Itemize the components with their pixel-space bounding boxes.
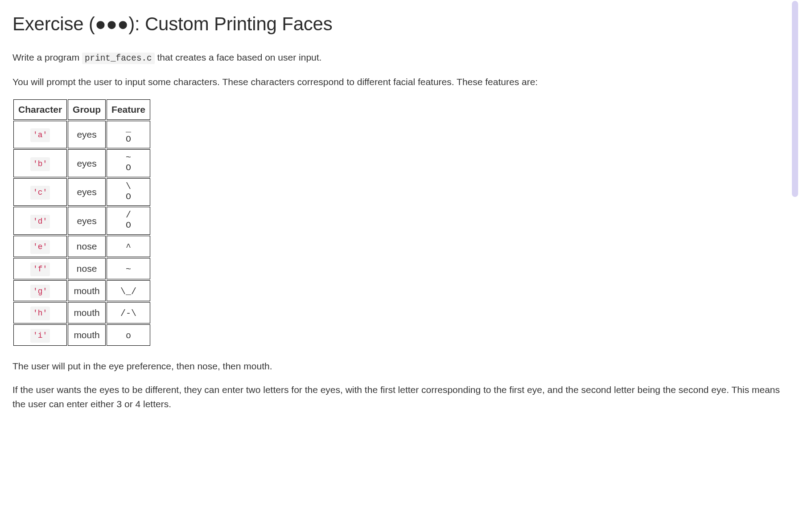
table-row: 'c' eyes \ O [13,178,150,206]
table-header-row: Character Group Feature [13,99,150,120]
cell-feature: o [107,324,150,346]
outro-paragraph-1: The user will put in the eye preference,… [12,359,787,373]
col-header-group: Group [68,99,106,120]
feature-glyph: o [126,331,131,341]
cell-group: mouth [68,302,106,323]
feature-glyph: ~ [126,264,131,274]
char-code: 'a' [30,128,50,142]
cell-character: 'i' [13,324,67,346]
cell-character: 'g' [13,280,67,302]
cell-feature: ~ [107,258,150,279]
col-header-character: Character [13,99,67,120]
cell-character: 'd' [13,207,67,235]
char-code: 'f' [30,262,50,276]
table-row: 'h' mouth /-\ [13,302,150,323]
document-page: Exercise (●●●): Custom Printing Faces Wr… [0,0,799,438]
char-code: 'i' [30,329,50,343]
feature-table: Character Group Feature 'a' eyes _ O 'b'… [12,98,151,346]
cell-feature: \ O [107,178,150,206]
table-row: 'd' eyes / O [13,207,150,235]
feature-glyph: _ O [126,124,131,144]
cell-group: eyes [68,149,106,177]
feature-glyph: ~ O [126,152,131,173]
outro-paragraph-2: If the user wants the eyes to be differe… [12,383,787,411]
cell-group: eyes [68,207,106,235]
intro-paragraph-1: Write a program print_faces.c that creat… [12,50,787,65]
cell-character: 'f' [13,258,67,279]
intro-text-1b: that creates a face based on user input. [155,52,322,62]
feature-glyph: ^ [126,242,131,252]
cell-feature: \_/ [107,280,150,302]
cell-character: 'b' [13,149,67,177]
scrollbar-thumb[interactable] [792,1,798,197]
char-code: 'c' [30,186,50,200]
cell-feature: ^ [107,236,150,257]
char-code: 'h' [30,307,50,320]
table-row: 'e' nose ^ [13,236,150,257]
feature-glyph: \_/ [120,286,136,297]
cell-group: eyes [68,178,106,206]
table-row: 'a' eyes _ O [13,121,150,149]
intro-text-1a: Write a program [12,52,82,62]
table-row: 'i' mouth o [13,324,150,346]
page-title: Exercise (●●●): Custom Printing Faces [12,10,787,38]
char-code: 'b' [30,157,50,171]
cell-feature: /-\ [107,302,150,323]
table-row: 'g' mouth \_/ [13,280,150,302]
cell-group: mouth [68,280,106,302]
cell-group: eyes [68,121,106,149]
cell-group: nose [68,236,106,257]
intro-paragraph-2: You will prompt the user to input some c… [12,75,787,89]
feature-glyph: / O [126,210,131,230]
cell-feature: _ O [107,121,150,149]
cell-group: nose [68,258,106,279]
char-code: 'g' [30,285,50,299]
cell-feature: / O [107,207,150,235]
cell-character: 'h' [13,302,67,323]
table-row: 'f' nose ~ [13,258,150,279]
table-row: 'b' eyes ~ O [13,149,150,177]
filename-code: print_faces.c [82,53,155,64]
cell-character: 'e' [13,236,67,257]
char-code: 'd' [30,215,50,229]
char-code: 'e' [30,240,50,254]
cell-group: mouth [68,324,106,346]
cell-character: 'c' [13,178,67,206]
cell-feature: ~ O [107,149,150,177]
feature-glyph: /-\ [120,308,136,319]
cell-character: 'a' [13,121,67,149]
feature-glyph: \ O [126,181,131,202]
col-header-feature: Feature [107,99,150,120]
